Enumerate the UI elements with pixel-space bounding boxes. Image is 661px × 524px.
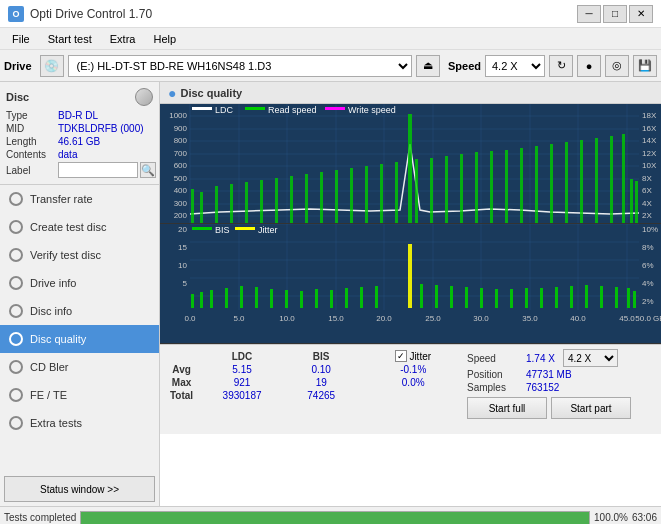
svg-rect-83 [192, 107, 212, 110]
disc-button1[interactable]: ● [577, 55, 601, 77]
disc-label-input[interactable] [58, 162, 138, 178]
svg-rect-39 [460, 154, 463, 223]
avg-ldc: 5.15 [197, 363, 287, 376]
speed-key: Speed [467, 353, 522, 364]
verify-test-disc-icon [8, 247, 24, 263]
svg-text:2%: 2% [642, 297, 654, 306]
extra-tests-icon [8, 415, 24, 431]
svg-rect-87 [325, 107, 345, 110]
chart-area: ● Disc quality [160, 82, 661, 506]
samples-row: Samples 763152 [467, 382, 655, 393]
disc-panel: Disc Type BD-R DL MID TDKBLDRFB (000) Le… [0, 82, 159, 185]
sidebar-item-disc-info[interactable]: Disc info [0, 297, 159, 325]
sidebar-item-extra-tests[interactable]: Extra tests [0, 409, 159, 437]
svg-rect-47 [580, 140, 583, 223]
max-ldc: 921 [197, 376, 287, 389]
start-full-button[interactable]: Start full [467, 397, 547, 419]
chart-title: Disc quality [180, 87, 242, 99]
stats-area: LDC BIS ✓ Jitter [160, 344, 661, 434]
svg-rect-36 [415, 159, 418, 223]
svg-rect-119 [420, 284, 423, 308]
disc-button2[interactable]: ◎ [605, 55, 629, 77]
sidebar-item-disc-quality[interactable]: Disc quality [0, 325, 159, 353]
svg-rect-104 [191, 294, 194, 308]
speed-select-2[interactable]: 4.2 X [563, 349, 618, 367]
speed-select[interactable]: 4.2 X [485, 55, 545, 77]
sidebar-item-fe-te-label: FE / TE [30, 389, 67, 401]
svg-rect-49 [610, 136, 613, 223]
menu-file[interactable]: File [4, 31, 38, 47]
minimize-button[interactable]: ─ [577, 5, 601, 23]
svg-text:16X: 16X [642, 124, 657, 133]
chart-panel-top: 1000 900 800 700 600 500 400 300 200 100… [160, 104, 661, 224]
chart-panels: 1000 900 800 700 600 500 400 300 200 100… [160, 104, 661, 344]
disc-label-button[interactable]: 🔍 [140, 162, 156, 178]
drive-label: Drive [4, 60, 32, 72]
sidebar-item-transfer-rate-label: Transfer rate [30, 193, 93, 205]
position-value: 47731 MB [526, 369, 572, 380]
svg-text:50.0 GB: 50.0 GB [635, 314, 661, 323]
maximize-button[interactable]: □ [603, 5, 627, 23]
drive-select[interactable]: (E:) HL-DT-ST BD-RE WH16NS48 1.D3 [68, 55, 412, 77]
svg-rect-32 [365, 166, 368, 223]
close-button[interactable]: ✕ [629, 5, 653, 23]
svg-rect-126 [525, 288, 528, 308]
jitter-checkbox[interactable]: ✓ [395, 350, 407, 362]
start-part-button[interactable]: Start part [551, 397, 631, 419]
svg-rect-106 [210, 290, 213, 308]
svg-text:LDC: LDC [215, 105, 234, 115]
svg-text:40.0: 40.0 [570, 314, 586, 323]
svg-rect-29 [320, 172, 323, 223]
svg-rect-155 [192, 227, 212, 230]
progress-time: 63:06 [632, 512, 657, 523]
sidebar-item-drive-info-label: Drive info [30, 277, 76, 289]
app-title: Opti Drive Control 1.70 [30, 7, 152, 21]
max-label: Max [166, 376, 197, 389]
menu-extra[interactable]: Extra [102, 31, 144, 47]
menu-start-test[interactable]: Start test [40, 31, 100, 47]
sidebar-item-verify-test-disc[interactable]: Verify test disc [0, 241, 159, 269]
svg-rect-50 [622, 134, 625, 223]
menu-help[interactable]: Help [145, 31, 184, 47]
svg-text:500: 500 [174, 174, 188, 183]
progress-area: Tests completed 100.0% 63:06 [0, 506, 661, 524]
sidebar-item-fe-te[interactable]: FE / TE [0, 381, 159, 409]
svg-rect-20 [191, 189, 194, 223]
svg-rect-42 [505, 150, 508, 223]
svg-text:600: 600 [174, 161, 188, 170]
disc-label-row: Label 🔍 [6, 162, 153, 178]
sidebar-item-create-test-disc[interactable]: Create test disc [0, 213, 159, 241]
sidebar-item-verify-test-disc-label: Verify test disc [30, 249, 101, 261]
svg-rect-105 [200, 292, 203, 308]
refresh-button[interactable]: ↻ [549, 55, 573, 77]
stats-avg-row: Avg 5.15 0.10 -0.1% [166, 363, 455, 376]
svg-text:700: 700 [174, 149, 188, 158]
svg-text:10.0: 10.0 [279, 314, 295, 323]
sidebar-item-cd-bler[interactable]: CD Bler [0, 353, 159, 381]
stats-right: Speed 1.74 X 4.2 X Position 47731 MB Sam… [461, 345, 661, 434]
save-button[interactable]: 💾 [633, 55, 657, 77]
sidebar-item-transfer-rate[interactable]: Transfer rate [0, 185, 159, 213]
svg-text:15.0: 15.0 [328, 314, 344, 323]
max-bis: 19 [287, 376, 356, 389]
sidebar-item-drive-info[interactable]: Drive info [0, 269, 159, 297]
drive-info-icon [8, 275, 24, 291]
create-test-disc-icon [8, 219, 24, 235]
svg-rect-113 [315, 289, 318, 308]
position-row: Position 47731 MB [467, 369, 655, 380]
svg-text:Jitter: Jitter [258, 225, 278, 235]
sidebar: Disc Type BD-R DL MID TDKBLDRFB (000) Le… [0, 82, 160, 506]
speed-label: Speed [448, 60, 481, 72]
disc-info-icon [8, 303, 24, 319]
svg-text:5: 5 [183, 279, 188, 288]
svg-rect-127 [540, 288, 543, 308]
svg-text:12X: 12X [642, 149, 657, 158]
disc-image-icon [135, 88, 153, 106]
disc-contents-row: Contents data [6, 149, 153, 160]
eject-button[interactable]: ⏏ [416, 55, 440, 77]
status-window-button[interactable]: Status window >> [4, 476, 155, 502]
svg-rect-115 [345, 288, 348, 308]
svg-rect-25 [260, 180, 263, 223]
svg-rect-108 [240, 286, 243, 308]
svg-text:8%: 8% [642, 243, 654, 252]
